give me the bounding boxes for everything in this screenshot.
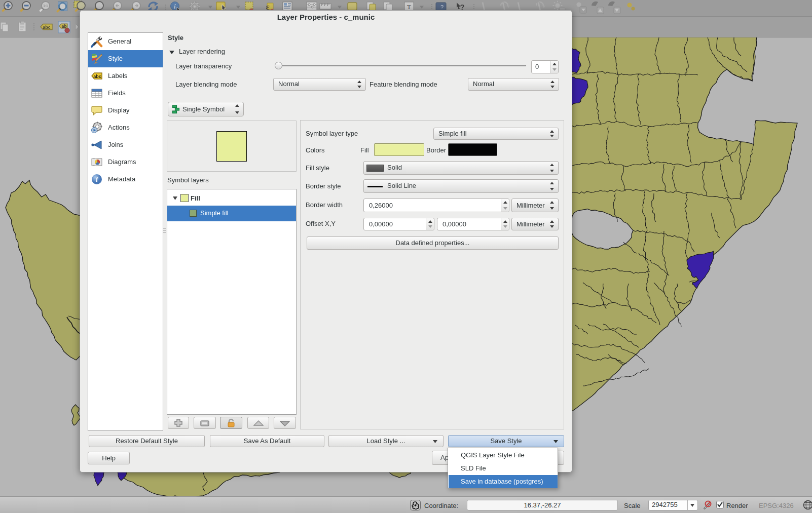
svg-text:ab: ab [62,24,67,29]
svg-text:1:1: 1:1 [43,4,48,8]
svg-text:abc: abc [43,25,51,30]
svg-text:?: ? [440,4,444,10]
svg-text:abc: abc [93,74,101,79]
svg-text:i: i [96,176,98,183]
svg-text:T: T [407,3,411,11]
